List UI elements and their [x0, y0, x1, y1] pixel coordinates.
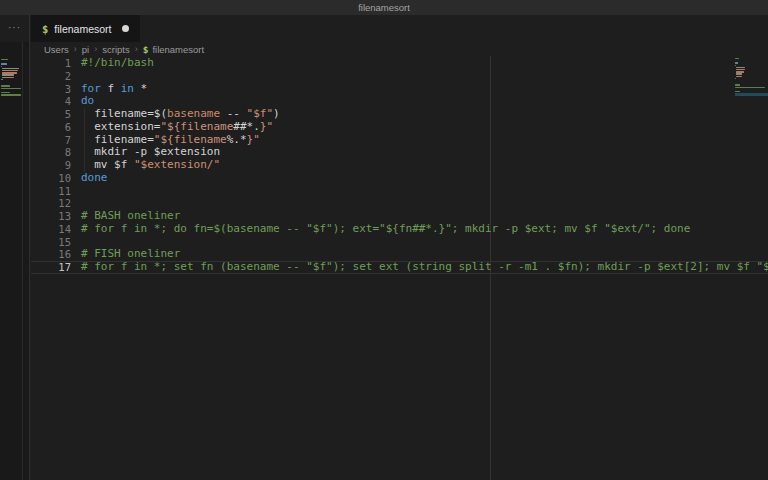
code-line[interactable]: 3for f in *: [31, 83, 768, 96]
tab-bar: $ filenamesort: [31, 15, 768, 42]
code-editor[interactable]: 1#!/bin/bash23for f in *4do5 filename=$(…: [31, 56, 768, 480]
code-token: do: [81, 94, 94, 107]
code-token: }": [260, 120, 273, 133]
code-token: --: [220, 107, 247, 120]
window-title: filenamesort: [0, 0, 768, 15]
minimap-line: [736, 67, 745, 68]
breadcrumb-file-label: filenamesort: [152, 44, 204, 55]
left-editor-group: ···: [0, 15, 30, 480]
code-token: # for f in *; do fn=$(basename -- "$f");…: [81, 222, 690, 235]
line-number[interactable]: 15: [31, 236, 71, 249]
breadcrumb: Users›pi›scripts›$filenamesort: [31, 42, 768, 56]
minimap-line: [736, 71, 744, 72]
line-number[interactable]: 4: [31, 95, 71, 108]
minimap-line: [2, 72, 17, 73]
line-content: # for f in *; do fn=$(basename -- "$f");…: [71, 223, 690, 236]
code-token: }": [247, 133, 260, 146]
minimap-line: [1, 92, 10, 93]
line-content: [71, 236, 81, 249]
minimap-line: [2, 77, 13, 78]
left-group-divider: [22, 42, 23, 480]
modified-dot-icon[interactable]: [122, 25, 129, 32]
editor-window: filenamesort ··· $ filenamesort Users›pi…: [0, 0, 768, 480]
code-token: in: [121, 82, 134, 95]
line-number[interactable]: 9: [31, 159, 71, 172]
minimap-active-line-highlight: [735, 93, 768, 96]
code-token: # BASH oneliner: [81, 209, 180, 222]
code-token: "$f": [247, 107, 274, 120]
line-content: [71, 185, 81, 198]
line-number[interactable]: 6: [31, 121, 71, 134]
code-line[interactable]: 14# for f in *; do fn=$(basename -- "$f"…: [31, 223, 768, 236]
minimap-line: [735, 62, 738, 63]
chevron-right-icon: ›: [94, 44, 97, 54]
code-line[interactable]: 1#!/bin/bash: [31, 57, 768, 70]
line-number[interactable]: 16: [31, 248, 71, 261]
line-content: [71, 197, 81, 210]
minimap-line: [1, 85, 10, 86]
breadcrumb-item[interactable]: scripts: [102, 44, 129, 55]
chevron-right-icon: ›: [135, 44, 138, 54]
line-number[interactable]: 3: [31, 83, 71, 96]
breadcrumb-file[interactable]: $filenamesort: [143, 44, 204, 55]
minimap-line: [735, 58, 739, 59]
code-token: ##*.: [233, 120, 260, 133]
code-token: filename=$(: [81, 107, 167, 120]
code-token: for: [81, 82, 101, 95]
line-number[interactable]: 12: [31, 197, 71, 210]
code-token: "${filename: [160, 120, 233, 133]
code-token: mkdir -p $extension: [81, 145, 220, 158]
line-number[interactable]: 11: [31, 185, 71, 198]
minimap-line: [2, 74, 13, 75]
code-token: %.*: [227, 133, 247, 146]
minimap[interactable]: [735, 56, 768, 102]
minimap-line: [1, 63, 7, 64]
line-number[interactable]: 5: [31, 108, 71, 121]
line-content: done: [71, 172, 108, 185]
minimap-line: [735, 84, 740, 85]
minimap-line: [736, 69, 745, 70]
line-number[interactable]: 14: [31, 223, 71, 236]
minimap-line: [1, 88, 21, 89]
tab-filenamesort[interactable]: $ filenamesort: [31, 15, 140, 42]
breadcrumb-item[interactable]: pi: [82, 44, 89, 55]
line-number[interactable]: 1: [31, 57, 71, 70]
minimap-line: [735, 87, 765, 88]
code-token: # FISH oneliner: [81, 247, 180, 260]
minimap-line: [736, 76, 742, 77]
line-content: # for f in *; set fn (basename -- "$f");…: [71, 261, 768, 274]
line-number[interactable]: 17: [31, 261, 71, 274]
code-token: "$extension/": [134, 158, 220, 171]
code-line[interactable]: 10done: [31, 172, 768, 185]
minimap-line: [1, 59, 8, 60]
code-token: mv $f: [81, 158, 134, 171]
code-token: f: [101, 82, 121, 95]
minimap-line: [1, 66, 2, 67]
shell-file-icon: $: [143, 44, 149, 55]
line-number[interactable]: 13: [31, 210, 71, 223]
code-line[interactable]: 17# for f in *; set fn (basename -- "$f"…: [31, 261, 768, 274]
code-token: basename: [167, 107, 220, 120]
code-line[interactable]: 9 mv $f "$extension/": [31, 159, 768, 172]
line-content: #!/bin/bash: [71, 57, 154, 70]
line-number[interactable]: 2: [31, 70, 71, 83]
left-minimap[interactable]: [1, 57, 22, 101]
code-token: "${filename: [154, 133, 227, 146]
shell-file-icon: $: [42, 23, 48, 35]
code-token: ): [273, 107, 280, 120]
tab-overflow-button[interactable]: ···: [0, 15, 29, 42]
line-number[interactable]: 7: [31, 134, 71, 147]
code-line[interactable]: 11: [31, 185, 768, 198]
chevron-right-icon: ›: [74, 44, 77, 54]
code-token: done: [81, 171, 108, 184]
line-number[interactable]: 10: [31, 172, 71, 185]
line-content: [71, 70, 81, 83]
line-number[interactable]: 8: [31, 146, 71, 159]
minimap-line: [1, 94, 21, 95]
main-editor-group: $ filenamesort Users›pi›scripts›$filenam…: [31, 15, 768, 480]
code-token: # for f in *; set fn (basename -- "$f");…: [81, 260, 768, 273]
breadcrumb-item[interactable]: Users: [44, 44, 69, 55]
minimap-line: [1, 79, 3, 80]
code-token: *: [134, 82, 147, 95]
minimap-line: [2, 68, 19, 69]
